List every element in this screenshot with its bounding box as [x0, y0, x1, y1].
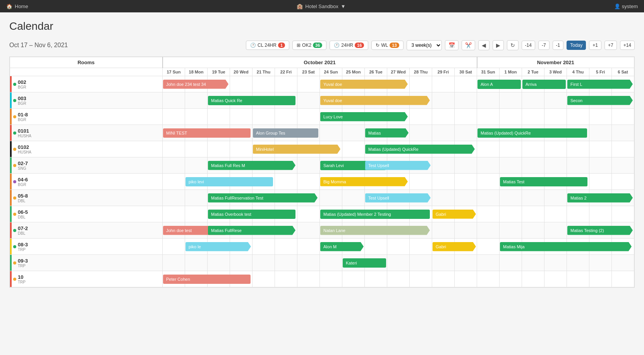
reservation-bar[interactable]: Yuval doe [320, 80, 408, 89]
day-cell[interactable] [522, 157, 544, 174]
day-cell[interactable] [455, 125, 477, 141]
day-cell[interactable] [185, 109, 208, 125]
wl-button[interactable]: ↻ WL 13 [371, 41, 403, 50]
day-cell[interactable]: MINI TEST [163, 125, 185, 141]
next-button[interactable]: ▶ [493, 40, 504, 50]
day-cell[interactable] [185, 255, 208, 271]
week-selector[interactable]: 3 week(s) 1 week(s) 2 week(s) 4 week(s) [407, 40, 442, 50]
day-cell[interactable] [500, 141, 522, 157]
day-cell[interactable] [410, 109, 432, 125]
day-cell[interactable] [163, 109, 185, 125]
day-cell[interactable] [163, 255, 185, 271]
day-cell[interactable]: Test Upsell [365, 190, 387, 206]
prev-button[interactable]: ◀ [478, 40, 489, 50]
day-cell[interactable] [455, 271, 477, 287]
day-cell[interactable] [567, 141, 589, 157]
day-cell[interactable] [455, 174, 477, 190]
day-cell[interactable] [297, 92, 320, 109]
day-cell[interactable] [589, 271, 612, 287]
day-cell[interactable]: Big Momma [320, 174, 342, 190]
day-cell[interactable] [410, 76, 432, 92]
day-cell[interactable] [410, 174, 432, 190]
day-cell[interactable] [163, 157, 185, 174]
day-cell[interactable] [342, 271, 365, 287]
day-cell[interactable]: Matias FullReservation Test [208, 190, 230, 206]
day-cell[interactable] [185, 206, 208, 222]
day-cell[interactable] [297, 255, 320, 271]
day-cell[interactable] [544, 157, 567, 174]
day-cell[interactable] [500, 190, 522, 206]
day-cell[interactable] [252, 239, 275, 255]
day-cell[interactable]: piko le [185, 239, 208, 255]
day-cell[interactable] [522, 271, 544, 287]
day-cell[interactable] [365, 239, 387, 255]
day-cell[interactable] [612, 141, 634, 157]
day-cell[interactable] [477, 157, 500, 174]
reservation-bar[interactable]: MiniHotel [253, 145, 340, 154]
nav-minus7[interactable]: -7 [538, 41, 550, 50]
day-cell[interactable] [589, 157, 612, 174]
day-cell[interactable] [208, 141, 230, 157]
day-cell[interactable] [432, 222, 455, 239]
day-cell[interactable] [589, 141, 612, 157]
day-cell[interactable] [567, 255, 589, 271]
day-cell[interactable] [432, 157, 455, 174]
day-cell[interactable] [500, 222, 522, 239]
day-cell[interactable] [477, 109, 500, 125]
day-cell[interactable] [275, 255, 297, 271]
day-cell[interactable] [567, 157, 589, 174]
day-cell[interactable] [432, 190, 455, 206]
day-cell[interactable] [544, 109, 567, 125]
day-cell[interactable]: Matias FullRese [208, 222, 230, 239]
day-cell[interactable] [500, 206, 522, 222]
day-cell[interactable] [252, 109, 275, 125]
calendar-view-button[interactable]: 📅 [445, 40, 459, 50]
day-cell[interactable] [522, 109, 544, 125]
day-cell[interactable]: Matias (Updated) QuickRe [477, 125, 500, 141]
day-cell[interactable]: Kateri [342, 255, 365, 271]
nav-plus14[interactable]: +14 [620, 41, 635, 50]
day-cell[interactable] [589, 206, 612, 222]
day-cell[interactable] [432, 255, 455, 271]
day-cell[interactable]: Secon [567, 92, 589, 109]
nav-minus1[interactable]: -1 [553, 41, 564, 50]
day-cell[interactable] [432, 92, 455, 109]
reservation-bar[interactable]: Alon M [320, 242, 364, 251]
day-cell[interactable] [230, 109, 252, 125]
day-cell[interactable]: Lucy Love [320, 109, 342, 125]
hotel-selector[interactable]: 🏨 Hotel Sandbox ▼ [297, 3, 345, 9]
ok2-button[interactable]: ⊞ OK2 36 [292, 41, 326, 50]
day-cell[interactable] [387, 255, 410, 271]
day-cell[interactable] [297, 222, 320, 239]
reservation-bar[interactable]: Matias (Updated) QuickRe [365, 145, 475, 154]
day-cell[interactable] [522, 141, 544, 157]
reservation-bar[interactable]: Peter Cohen [163, 275, 251, 284]
day-cell[interactable] [410, 255, 432, 271]
reservation-bar[interactable]: Matias (Updated) Member 2 Testing [320, 210, 430, 219]
reservation-bar[interactable]: Secon [567, 96, 633, 105]
reservation-bar[interactable]: Gabri [433, 242, 476, 251]
day-cell[interactable] [432, 271, 455, 287]
day-cell[interactable]: Alon A [477, 76, 500, 92]
reservation-bar[interactable]: Matias FullRese [208, 226, 295, 235]
day-cell[interactable]: Matias Full Res M [208, 157, 230, 174]
day-cell[interactable] [522, 92, 544, 109]
day-cell[interactable] [612, 255, 634, 271]
nav-today[interactable]: Today [567, 41, 586, 50]
day-cell[interactable]: MiniHotel [252, 141, 275, 157]
day-cell[interactable] [544, 222, 567, 239]
reservation-bar[interactable]: piko levi [185, 177, 273, 186]
day-cell[interactable] [230, 141, 252, 157]
day-cell[interactable] [275, 271, 297, 287]
day-cell[interactable]: Matias Quick Re [208, 92, 230, 109]
day-cell[interactable] [163, 206, 185, 222]
day-cell[interactable] [612, 157, 634, 174]
home-link[interactable]: 🏠 Home [6, 3, 28, 9]
day-cell[interactable] [455, 222, 477, 239]
reservation-bar[interactable]: First L [567, 80, 633, 89]
reservation-bar[interactable]: Natan Lane [320, 226, 430, 235]
reservation-bar[interactable]: Matias Mija [500, 242, 632, 251]
day-cell[interactable]: Peter Cohen [163, 271, 185, 287]
reservation-bar[interactable]: Matias [365, 128, 409, 138]
reservation-bar[interactable]: Lucy Love [320, 112, 408, 121]
